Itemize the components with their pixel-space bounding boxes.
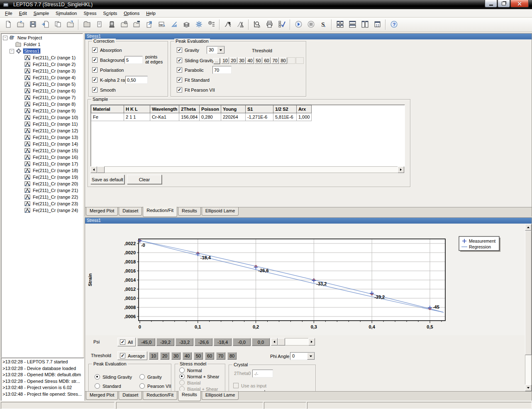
results-tab-reduction-fit[interactable]: Reduction/Fit	[143, 392, 177, 400]
radio-normal-shear[interactable]: Normal + Shear	[179, 374, 219, 379]
tree-item-stress1[interactable]: -Stress1	[1, 48, 83, 54]
sample-table-hscrollbar[interactable]	[90, 166, 404, 173]
save-as-default-button[interactable]: Save as default	[90, 175, 124, 184]
threshold-box-30[interactable]: 30	[238, 57, 246, 64]
reduction-tab-results[interactable]: Results	[178, 207, 201, 216]
reduction-tab-ellipsoid-lame[interactable]: Ellipsoid Lame	[202, 207, 239, 216]
radio-sliding-gravity[interactable]: Sliding Gravity	[95, 374, 132, 380]
minimize-button[interactable]	[485, 0, 497, 7]
vscroll-up-button[interactable]	[525, 224, 532, 231]
psi-scroll-thumb[interactable]	[278, 338, 285, 346]
help-toolbar-button[interactable]: ?	[388, 19, 400, 31]
copy-document-toolbar-button[interactable]	[51, 19, 64, 31]
radio-pearson-vii-radio[interactable]	[139, 383, 145, 389]
reduction-tab-reduction-fit[interactable]: Reduction/Fit	[143, 207, 177, 217]
gravity-combo[interactable]: 30	[207, 46, 225, 54]
psi-button--39,2[interactable]: -39,2	[156, 338, 174, 346]
sample-col-header[interactable]: 1/2 S2	[273, 105, 296, 113]
hscroll-left-button[interactable]	[90, 166, 97, 173]
background-points-input[interactable]: 5	[124, 56, 143, 64]
device-stage-toolbar-button[interactable]	[105, 19, 118, 31]
tree-item-range-15[interactable]: Fe(211)_Cr (range 15)	[1, 147, 83, 154]
fit-checklist-toolbar-button[interactable]	[276, 19, 288, 31]
menu-file[interactable]: File	[2, 10, 16, 17]
tree-item-range-13[interactable]: Fe(211)_Cr (range 13)	[1, 134, 83, 141]
tree-item-range-1[interactable]: Fe(211)_Cr (range 1)	[1, 54, 83, 61]
tree-item-folder-1[interactable]: Folder 1	[1, 41, 83, 48]
menu-help[interactable]: Help	[143, 10, 159, 17]
psi-button--45,0[interactable]: -45,0	[137, 338, 155, 346]
import-document-toolbar-button[interactable]	[39, 19, 51, 31]
script-toolbar-button[interactable]: S	[317, 19, 329, 31]
psi-button--26,6[interactable]: -26,6	[195, 338, 212, 346]
tree-item-range-8[interactable]: Fe(211)_Cr (range 8)	[1, 101, 83, 107]
theta0-input[interactable]: -/-	[252, 370, 273, 377]
vscroll-thumb[interactable]	[525, 231, 532, 355]
threshold-box-60[interactable]: 60	[263, 57, 271, 64]
tree-item-range-20[interactable]: Fe(211)_Cr (range 20)	[1, 180, 83, 187]
vscroll-down-button[interactable]	[525, 385, 532, 391]
radio-gravity[interactable]: Gravity	[139, 374, 162, 380]
kalpha2-ratio-input[interactable]: 0,50	[125, 76, 148, 84]
results-tab-ellipsoid-lame[interactable]: Ellipsoid Lame	[202, 392, 239, 400]
tree-expand-box[interactable]: -	[10, 49, 14, 54]
polarisation-checkbox[interactable]	[92, 67, 98, 73]
results-tab-dataset[interactable]: Dataset	[119, 392, 142, 400]
folder-properties-toolbar-button[interactable]	[130, 19, 143, 31]
tree-item-range-16[interactable]: Fe(211)_Cr (range 16)	[1, 154, 83, 161]
wizard-toolbar-button[interactable]	[168, 19, 180, 31]
sample-col-header[interactable]: S1	[245, 105, 273, 113]
radio-standard[interactable]: Standard	[95, 383, 121, 389]
tree-item-range-23[interactable]: Fe(211)_Cr (range 23)	[1, 200, 83, 207]
sample-col-header[interactable]: 2Theta	[179, 105, 200, 113]
tree-item-range-2[interactable]: Fe(211)_Cr (range 2)	[1, 61, 83, 68]
menu-sample[interactable]: Sample	[30, 10, 52, 17]
radio-gravity-radio[interactable]	[139, 374, 145, 380]
radio-normal[interactable]: Normal	[179, 368, 202, 373]
folder-toolbar-button[interactable]	[81, 19, 93, 31]
absorption-checkbox[interactable]	[92, 47, 98, 53]
parameter-list-toolbar-button[interactable]	[205, 19, 217, 31]
document-toolbar-button[interactable]	[93, 19, 105, 31]
menu-stress[interactable]: Stress	[80, 10, 100, 17]
fit-pearson-checkbox[interactable]	[177, 87, 182, 93]
open-folder-special-toolbar-button[interactable]	[64, 19, 76, 31]
open-project-toolbar-button[interactable]	[14, 19, 27, 31]
fit-standard-checkbox[interactable]	[177, 77, 182, 83]
threshold-box-70[interactable]: 70	[271, 57, 279, 64]
export-document-toolbar-button[interactable]	[143, 19, 155, 31]
tree-item-range-18[interactable]: Fe(211)_Cr (range 18)	[1, 167, 83, 174]
window-arrange-toolbar-button[interactable]	[371, 19, 383, 31]
tree-item-range-5[interactable]: Fe(211)_Cr (range 5)	[1, 81, 83, 88]
radio-biaxial-radio[interactable]	[179, 380, 185, 385]
hscroll-right-button[interactable]	[398, 166, 404, 173]
threshold-button-30[interactable]: 30	[171, 352, 181, 360]
kalpha2-checkbox[interactable]	[92, 77, 98, 83]
threshold-button-10[interactable]: 10	[149, 352, 158, 360]
settings-folder-toolbar-button[interactable]	[118, 19, 130, 31]
gravity-combo-arrow[interactable]	[217, 46, 225, 54]
clear-button[interactable]: Clear	[127, 175, 162, 184]
psi-button--18,4[interactable]: -18,4	[214, 338, 232, 346]
tree-item-range-22[interactable]: Fe(211)_Cr (range 22)	[1, 194, 83, 200]
batch-stack-toolbar-button[interactable]	[180, 19, 193, 31]
tree-item-range-14[interactable]: Fe(211)_Cr (range 14)	[1, 141, 83, 147]
peak-cut-toolbar-button[interactable]	[234, 19, 246, 31]
results-vscrollbar[interactable]	[525, 224, 532, 391]
sample-col-header[interactable]: Young	[221, 105, 245, 113]
radio-sliding-gravity-radio[interactable]	[95, 374, 100, 380]
threshold-box-10[interactable]: 10	[221, 57, 229, 64]
radio-normal-shear-radio[interactable]	[179, 374, 185, 379]
results-tab-merged-plot[interactable]: Merged Plot	[86, 392, 118, 400]
windows-tile-vertical-toolbar-button[interactable]	[359, 19, 371, 31]
results-tab-results[interactable]: Results	[178, 391, 201, 401]
tree-item-range-12[interactable]: Fe(211)_Cr (range 12)	[1, 127, 83, 134]
sample-col-header[interactable]: H K L	[124, 105, 150, 113]
sample-col-header[interactable]: Wavelength	[150, 105, 179, 113]
sample-col-header[interactable]: Arx	[296, 105, 312, 113]
tree-item-new-project[interactable]: -New Project	[1, 34, 83, 41]
menu-simulation[interactable]: Simulation	[52, 10, 80, 17]
gravity-checkbox[interactable]	[177, 47, 182, 53]
tree-item-range-6[interactable]: Fe(211)_Cr (range 6)	[1, 88, 83, 94]
threshold-average-toggle[interactable]: Average	[117, 351, 147, 360]
